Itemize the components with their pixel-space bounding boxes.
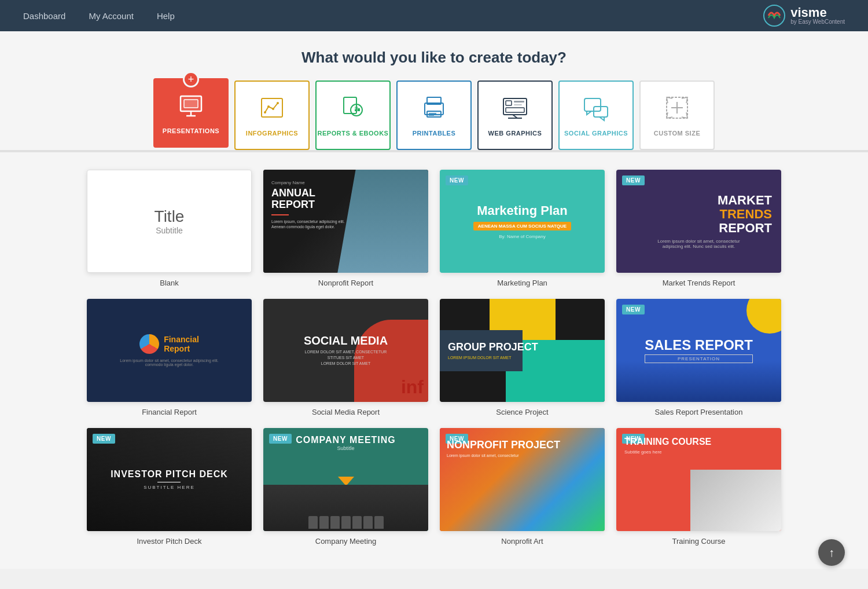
printables-icon xyxy=(420,94,448,125)
nav-dashboard[interactable]: Dashboard xyxy=(23,11,65,21)
svg-rect-17 xyxy=(427,111,441,117)
tab-infographics[interactable]: INFOGRAPHICS xyxy=(234,81,310,150)
training-course-sub: Subtitle goes here xyxy=(624,449,711,455)
new-badge-company-meeting: NEW xyxy=(269,434,292,444)
template-thumb-blank: Title Subtitle xyxy=(87,170,252,273)
main-nav: Dashboard My Account Help xyxy=(23,11,175,21)
chair-2 xyxy=(319,516,329,529)
template-item-blank[interactable]: Title Subtitle Blank xyxy=(87,170,252,287)
group-text: GROUP PROJECT LOREM IPSUM DOLOR SIT AMET xyxy=(448,342,538,360)
template-thumb-sales-report: NEW SALES REPORT PRESENTATION xyxy=(616,299,781,402)
hero-title: What would you like to create today? xyxy=(23,49,845,67)
nonprofit-company-name: Company Name xyxy=(271,180,344,185)
template-item-sales-report[interactable]: NEW SALES REPORT PRESENTATION Sales Repo… xyxy=(616,299,781,416)
template-name-training-course: Training Course xyxy=(672,537,725,546)
financial-body: Lorem ipsum dolor sit amet, consectetur … xyxy=(120,358,218,367)
template-thumb-nonprofit: Company Name ANNUALREPORT Lorem ipsum, c… xyxy=(263,170,428,273)
template-thumb-company-meeting: NEW COMPANY MEETING Subtitle xyxy=(263,428,428,531)
template-name-marketing: Marketing Plan xyxy=(497,279,547,287)
template-thumb-marketing: NEW Marketing Plan AENEAN MASSA CUM SOCI… xyxy=(440,170,605,273)
svg-point-8 xyxy=(272,108,274,110)
svg-rect-10 xyxy=(344,97,356,114)
template-item-company-meeting[interactable]: NEW COMPANY MEETING Subtitle xyxy=(263,428,428,546)
customsize-icon xyxy=(663,94,691,125)
company-meeting-sub: Subtitle xyxy=(263,445,428,451)
template-item-science-project[interactable]: GROUP PROJECT LOREM IPSUM DOLOR SIT AMET… xyxy=(440,299,605,416)
infographics-label: INFOGRAPHICS xyxy=(246,130,298,137)
hero-section: What would you like to create today? + P… xyxy=(0,31,868,150)
header: Dashboard My Account Help visme by Easy … xyxy=(0,0,868,31)
reports-label: REPORTS & EBOOKS xyxy=(318,130,389,137)
template-name-nonprofit-report: Nonprofit Report xyxy=(318,279,373,287)
social-title: SOCIAL MEDIA xyxy=(304,334,388,347)
template-name-market-trends: Market Trends Report xyxy=(663,279,735,287)
logo[interactable]: visme by Easy WebContent xyxy=(763,4,845,27)
tab-socialgraphics[interactable]: SOCIAL GRAPHICS xyxy=(558,81,634,150)
printables-label: PRINTABLES xyxy=(413,130,455,137)
investor-text: INVESTOR PITCH DECK SUBTITLE HERE xyxy=(111,469,228,490)
marketing-sub: By: Name of Company xyxy=(499,234,545,239)
tab-webgraphics[interactable]: WEB GRAPHICS xyxy=(477,81,553,150)
social-text: SOCIAL MEDIA LOREM DOLOR SIT AMET, CONSE… xyxy=(304,334,388,366)
training-course-title: TRAINING COURSE xyxy=(624,436,711,447)
tab-printables[interactable]: PRINTABLES xyxy=(396,81,472,150)
group-project-title: GROUP PROJECT xyxy=(448,342,538,353)
market-title-1: MARKET xyxy=(718,193,772,207)
financial-circle-icon xyxy=(139,334,159,354)
template-name-investor-pitch: Investor Pitch Deck xyxy=(137,537,202,546)
template-name-company-meeting: Company Meeting xyxy=(315,537,377,546)
chair-3 xyxy=(330,516,340,529)
template-item-social-media[interactable]: inf SOCIAL MEDIA LOREM DOLOR SIT AMET, C… xyxy=(263,299,428,416)
customsize-label: CUSTOM SIZE xyxy=(654,130,700,137)
tab-reports[interactable]: REPORTS & EBOOKS xyxy=(315,81,391,150)
investor-pitch-title: INVESTOR PITCH DECK xyxy=(111,469,228,480)
template-item-nonprofit-art[interactable]: NEW NONPROFIT PROJECT Lorem ipsum dolor … xyxy=(440,428,605,546)
nav-my-account[interactable]: My Account xyxy=(89,11,134,21)
visme-logo-tagline: by Easy WebContent xyxy=(790,19,845,25)
sales-presentation-badge: PRESENTATION xyxy=(645,354,753,363)
svg-rect-4 xyxy=(184,100,198,108)
template-item-nonprofit-report[interactable]: Company Name ANNUALREPORT Lorem ipsum, c… xyxy=(263,170,428,287)
sales-report-title: SALES REPORT xyxy=(645,338,753,352)
template-item-marketing[interactable]: NEW Marketing Plan AENEAN MASSA CUM SOCI… xyxy=(440,170,605,287)
scroll-up-button[interactable]: ↑ xyxy=(818,539,845,566)
group-project-sub: LOREM IPSUM DOLOR SIT AMET xyxy=(448,356,538,360)
template-name-nonprofit-art: Nonprofit Art xyxy=(501,537,543,546)
socialgraphics-label: SOCIAL GRAPHICS xyxy=(564,130,628,137)
investor-pitch-sub: SUBTITLE HERE xyxy=(111,485,228,490)
svg-rect-21 xyxy=(506,101,512,105)
template-item-investor-pitch[interactable]: NEW INVESTOR PITCH DECK SUBTITLE HERE In… xyxy=(87,428,252,546)
svg-rect-24 xyxy=(506,108,524,112)
financial-logo: Financial Report xyxy=(139,334,199,354)
template-thumb-investor-pitch: NEW INVESTOR PITCH DECK SUBTITLE HERE xyxy=(87,428,252,531)
chair-1 xyxy=(308,516,318,529)
sales-yellow-circle xyxy=(746,299,781,334)
tab-customsize[interactable]: CUSTOM SIZE xyxy=(639,81,715,150)
new-badge-sales-report: NEW xyxy=(622,305,645,314)
tab-presentations[interactable]: + PRESENTATIONS xyxy=(153,78,229,148)
social-bg-letters: inf xyxy=(401,378,424,396)
nav-help[interactable]: Help xyxy=(157,11,175,21)
marketing-badge: AENEAN MASSA CUM SOCIUS NATQUE xyxy=(473,222,571,231)
infographics-icon xyxy=(258,94,286,125)
market-trends-sub: Lorem ipsum dolor sit amet, consectetura… xyxy=(657,239,740,249)
new-badge-market-trends: NEW xyxy=(622,175,645,185)
webgraphics-icon xyxy=(501,94,529,125)
training-text: TRAINING COURSE Subtitle goes here xyxy=(624,436,711,455)
template-item-training-course[interactable]: NEW TRAINING COURSE Subtitle goes here T… xyxy=(616,428,781,546)
template-name-financial: Financial Report xyxy=(142,408,197,416)
nonprofit-report-title: ANNUALREPORT xyxy=(271,188,344,211)
template-item-market-trends[interactable]: NEW MARKET TRENDS REPORT Lorem ipsum dol… xyxy=(616,170,781,287)
market-trends-title: MARKET TRENDS REPORT xyxy=(626,193,772,236)
presentations-icon xyxy=(177,92,205,123)
market-title-2: TRENDS xyxy=(720,207,772,221)
svg-rect-14 xyxy=(358,108,360,111)
training-bg xyxy=(690,470,781,532)
blank-title-text: Title xyxy=(155,207,185,226)
svg-point-7 xyxy=(267,105,270,108)
template-item-financial[interactable]: Financial Report Lorem ipsum dolor sit a… xyxy=(87,299,252,416)
svg-rect-22 xyxy=(514,101,524,103)
main-content: Title Subtitle Blank Company Name ANNUAL… xyxy=(0,152,868,569)
presentations-label: PRESENTATIONS xyxy=(163,127,219,134)
nonprofit-art-text: NONPROFIT PROJECT Lorem ipsum dolor sit … xyxy=(447,440,560,458)
